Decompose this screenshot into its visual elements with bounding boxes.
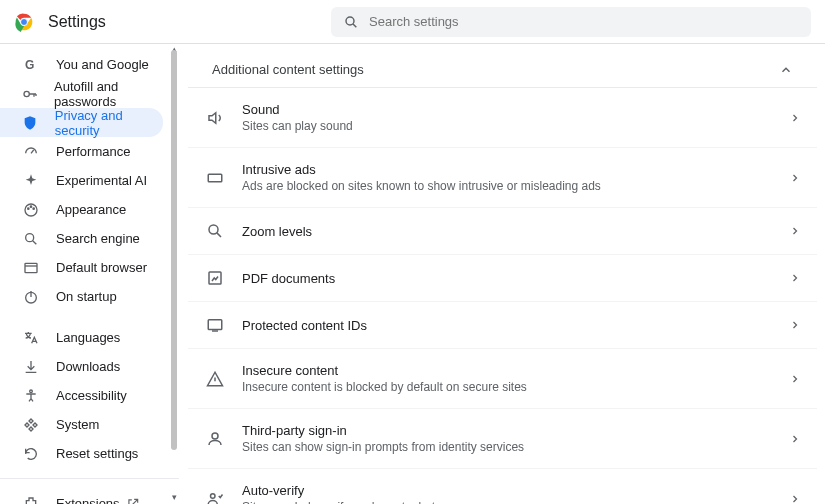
svg-rect-19 xyxy=(208,174,222,182)
sidebar-item-label: System xyxy=(56,417,99,432)
palette-icon xyxy=(22,202,40,218)
sidebar-item-reset[interactable]: Reset settings xyxy=(0,439,163,468)
row-title: Sound xyxy=(242,102,789,117)
scrollbar-down-arrow[interactable]: ▾ xyxy=(170,492,178,500)
svg-rect-14 xyxy=(25,263,37,272)
sidebar-item-privacy-security[interactable]: Privacy and security xyxy=(0,108,163,137)
sound-icon xyxy=(202,109,228,127)
row-auto-verify[interactable]: Auto-verify Sites can help verify you're… xyxy=(188,469,817,504)
search-container[interactable] xyxy=(331,7,811,37)
chrome-logo-icon xyxy=(14,12,34,32)
row-intrusive-ads[interactable]: Intrusive ads Ads are blocked on sites k… xyxy=(188,148,817,208)
sidebar-item-label: Appearance xyxy=(56,202,126,217)
warning-icon xyxy=(202,370,228,388)
svg-line-4 xyxy=(353,24,356,27)
row-title: Auto-verify xyxy=(242,483,789,498)
svg-point-10 xyxy=(30,206,31,207)
search-icon xyxy=(22,231,40,247)
sidebar-item-languages[interactable]: Languages xyxy=(0,323,163,352)
chevron-right-icon xyxy=(789,112,807,124)
row-third-party-signin[interactable]: Third-party sign-in Sites can show sign-… xyxy=(188,409,817,469)
sidebar-item-you-and-google[interactable]: G You and Google xyxy=(0,50,163,79)
sidebar-item-label: Experimental AI xyxy=(56,173,147,188)
row-title: PDF documents xyxy=(242,271,789,286)
speedometer-icon xyxy=(22,144,40,160)
sidebar-item-appearance[interactable]: Appearance xyxy=(0,195,163,224)
sparkle-icon xyxy=(22,173,40,189)
protected-content-icon xyxy=(202,316,228,334)
sidebar-item-label: Autofill and passwords xyxy=(54,79,163,109)
verify-icon xyxy=(202,490,228,505)
power-icon xyxy=(22,289,40,305)
row-title: Insecure content xyxy=(242,363,789,378)
chevron-right-icon xyxy=(789,493,807,505)
sidebar-item-label: Downloads xyxy=(56,359,120,374)
google-g-icon: G xyxy=(22,57,40,73)
signin-icon xyxy=(202,430,228,448)
chevron-right-icon xyxy=(789,172,807,184)
sidebar-item-default-browser[interactable]: Default browser xyxy=(0,253,163,282)
sidebar-item-performance[interactable]: Performance xyxy=(0,137,163,166)
chevron-up-icon xyxy=(779,63,793,77)
svg-line-13 xyxy=(33,240,37,244)
header: Settings xyxy=(0,0,825,44)
translate-icon xyxy=(22,330,40,346)
svg-point-6 xyxy=(24,91,29,96)
row-title: Protected content IDs xyxy=(242,318,789,333)
row-subtitle: Sites can help verify you're not a bot xyxy=(242,500,789,504)
svg-line-21 xyxy=(217,233,221,237)
sidebar-item-label: Search engine xyxy=(56,231,140,246)
chevron-right-icon xyxy=(789,319,807,331)
sidebar-item-label: Accessibility xyxy=(56,388,127,403)
row-subtitle: Sites can show sign-in prompts from iden… xyxy=(242,440,789,454)
svg-point-9 xyxy=(28,208,29,209)
row-insecure-content[interactable]: Insecure content Insecure content is blo… xyxy=(188,349,817,409)
row-subtitle: Sites can play sound xyxy=(242,119,789,133)
search-icon xyxy=(343,14,359,30)
svg-point-12 xyxy=(26,233,34,241)
settings-card: Sound Sites can play sound Intrusive ads… xyxy=(188,87,817,504)
svg-rect-23 xyxy=(208,320,222,330)
row-subtitle: Insecure content is blocked by default o… xyxy=(242,380,789,394)
extension-icon xyxy=(22,496,40,505)
section-header[interactable]: Additional content settings xyxy=(188,44,817,87)
sidebar-item-label: You and Google xyxy=(56,57,149,72)
svg-point-20 xyxy=(209,225,218,234)
pdf-icon xyxy=(202,269,228,287)
sidebar-item-extensions[interactable]: Extensions xyxy=(0,489,163,504)
sidebar-item-accessibility[interactable]: Accessibility xyxy=(0,381,163,410)
window-icon xyxy=(22,260,40,276)
sidebar-item-on-startup[interactable]: On startup xyxy=(0,282,163,311)
key-icon xyxy=(22,86,38,102)
svg-point-18 xyxy=(30,390,33,393)
accessibility-icon xyxy=(22,388,40,404)
sidebar-item-search-engine[interactable]: Search engine xyxy=(0,224,163,253)
sidebar-item-downloads[interactable]: Downloads xyxy=(0,352,163,381)
external-link-icon xyxy=(126,497,140,505)
row-sound[interactable]: Sound Sites can play sound xyxy=(188,88,817,148)
chevron-right-icon xyxy=(789,373,807,385)
sidebar-item-label: Reset settings xyxy=(56,446,138,461)
sidebar-item-system[interactable]: System xyxy=(0,410,163,439)
svg-point-11 xyxy=(33,208,34,209)
chevron-right-icon xyxy=(789,433,807,445)
row-title: Zoom levels xyxy=(242,224,789,239)
scrollbar-thumb[interactable] xyxy=(171,50,177,450)
sidebar-item-autofill[interactable]: Autofill and passwords xyxy=(0,79,163,108)
row-zoom-levels[interactable]: Zoom levels xyxy=(188,208,817,255)
chevron-right-icon xyxy=(789,225,807,237)
sidebar-item-label: On startup xyxy=(56,289,117,304)
section-title: Additional content settings xyxy=(212,62,364,77)
row-protected-content[interactable]: Protected content IDs xyxy=(188,302,817,349)
svg-point-3 xyxy=(346,17,354,25)
system-icon xyxy=(22,417,40,433)
sidebar-item-experimental-ai[interactable]: Experimental AI xyxy=(0,166,163,195)
sidebar-item-label: Default browser xyxy=(56,260,147,275)
row-pdf-documents[interactable]: PDF documents xyxy=(188,255,817,302)
sidebar-item-label: Performance xyxy=(56,144,130,159)
row-title: Intrusive ads xyxy=(242,162,789,177)
svg-line-7 xyxy=(31,150,34,153)
search-input[interactable] xyxy=(369,14,799,29)
ads-icon xyxy=(202,169,228,187)
sidebar-item-label: Privacy and security xyxy=(55,108,163,138)
